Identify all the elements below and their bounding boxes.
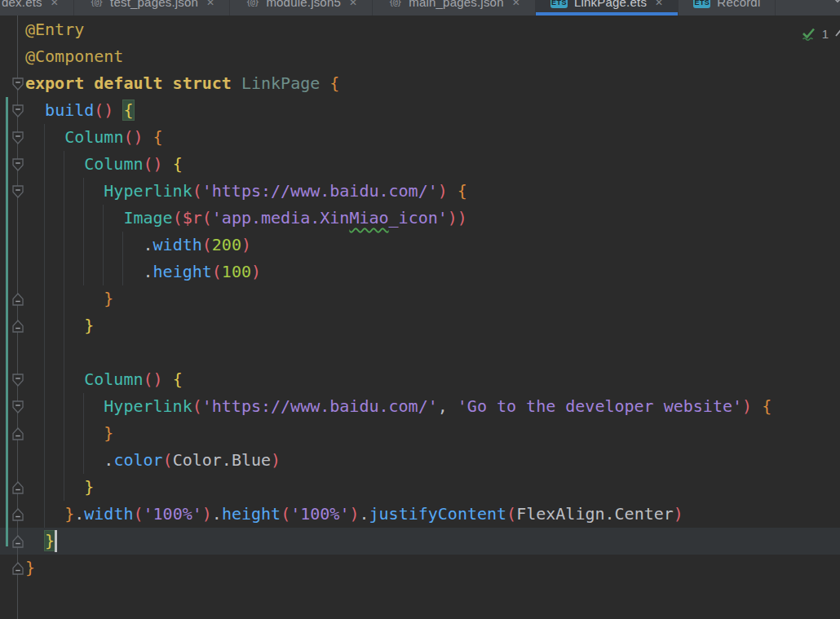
code-token: ) bbox=[742, 396, 752, 416]
fold-marker-down[interactable] bbox=[11, 77, 24, 91]
code-line[interactable]: } bbox=[0, 474, 840, 501]
code-token: ) bbox=[438, 181, 448, 201]
code-token: { bbox=[153, 127, 163, 147]
code-token bbox=[448, 181, 458, 201]
code-token: FlexAlign.Center bbox=[516, 504, 674, 524]
code-line[interactable]: Column() { bbox=[0, 151, 840, 178]
code-line[interactable]: .height(100) bbox=[0, 259, 840, 285]
code-token bbox=[25, 208, 123, 228]
inspections-widget[interactable]: 1 bbox=[800, 23, 840, 44]
code-line[interactable]: Column() { bbox=[0, 366, 840, 393]
tab-close-icon[interactable]: ✕ bbox=[206, 0, 214, 7]
tab-label: test_pages.json bbox=[110, 0, 198, 9]
tab-main-pages-json[interactable]: {@}main_pages.json✕ bbox=[373, 0, 536, 15]
code-token: . bbox=[144, 262, 153, 281]
tab-dex-ets[interactable]: dex.ets✕ bbox=[0, 0, 74, 15]
tab-recordi[interactable]: ETSRecordi bbox=[679, 0, 776, 15]
tab-module-json5[interactable]: {@}module.json5✕ bbox=[230, 0, 373, 15]
code-token: ) bbox=[251, 262, 261, 281]
code-line[interactable]: }.width('100%').height('100%').justifyCo… bbox=[0, 501, 840, 528]
code-line[interactable]: .width(200) bbox=[0, 232, 840, 259]
tab-close-icon[interactable]: ✕ bbox=[51, 0, 59, 7]
vcs-change-bar[interactable] bbox=[6, 97, 8, 546]
code-line[interactable]: } bbox=[0, 285, 840, 312]
code-token bbox=[25, 423, 104, 443]
code-token: ( bbox=[173, 208, 183, 228]
code-line[interactable]: @Component bbox=[0, 43, 840, 70]
code-line[interactable]: Image($r('app.media.XinMiao_icon')) bbox=[0, 205, 840, 232]
code-token: , bbox=[438, 396, 458, 416]
fold-marker-up[interactable] bbox=[11, 561, 24, 576]
code-token: . bbox=[144, 235, 153, 254]
code-token: justifyContent bbox=[369, 504, 507, 524]
code-line[interactable]: @Entry bbox=[0, 16, 840, 43]
code-token: Column bbox=[84, 154, 143, 174]
code-token bbox=[25, 450, 104, 470]
code-token: () bbox=[123, 127, 143, 147]
code-token: height bbox=[153, 262, 212, 281]
code-line[interactable]: } bbox=[0, 555, 840, 581]
code-line[interactable]: Hyperlink('https://www.baidu.com/', 'Go … bbox=[0, 393, 840, 420]
code-token: )) bbox=[448, 208, 467, 228]
code-line[interactable]: Hyperlink('https://www.baidu.com/') { bbox=[0, 178, 840, 205]
code-line[interactable] bbox=[0, 339, 840, 366]
code-line[interactable]: } bbox=[0, 312, 840, 339]
code-token: LinkPage bbox=[241, 73, 320, 93]
code-editor[interactable]: @Entry@Componentexport default struct Li… bbox=[0, 15, 840, 619]
fold-marker-up[interactable] bbox=[11, 292, 24, 307]
fold-marker-down[interactable] bbox=[11, 400, 24, 414]
code-token: } bbox=[45, 531, 55, 550]
code-token bbox=[25, 477, 84, 497]
code-token: Miao bbox=[349, 208, 388, 228]
fold-marker-down[interactable] bbox=[11, 373, 24, 387]
code-token: } bbox=[84, 477, 94, 497]
code-token: ( bbox=[281, 504, 290, 524]
fold-marker-up[interactable] bbox=[11, 480, 24, 495]
code-token: ) bbox=[202, 504, 212, 524]
typo-check-icon bbox=[800, 25, 817, 42]
code-token: } bbox=[104, 423, 113, 443]
code-line[interactable]: export default struct LinkPage { bbox=[0, 70, 840, 97]
code-token: . bbox=[104, 450, 113, 470]
code-token: build bbox=[45, 100, 94, 120]
code-line[interactable]: } bbox=[0, 420, 840, 447]
code-token: Column bbox=[84, 369, 143, 389]
typo-count: 1 bbox=[822, 27, 829, 41]
editor-tab-bar: dex.ets✕{@}test_pages.json✕{@}module.jso… bbox=[0, 0, 840, 15]
code-line[interactable]: } bbox=[0, 528, 840, 555]
fold-marker-up[interactable] bbox=[11, 319, 24, 334]
tab-close-icon[interactable]: ✕ bbox=[655, 0, 663, 7]
code-line[interactable]: Column() { bbox=[0, 124, 840, 151]
code-token: Hyperlink bbox=[104, 181, 192, 201]
fold-marker-down[interactable] bbox=[11, 184, 24, 199]
tab-test-pages-json[interactable]: {@}test_pages.json✕ bbox=[74, 0, 230, 15]
code-token: { bbox=[762, 396, 771, 416]
code-token: 'https://www.baidu.com/' bbox=[202, 181, 438, 201]
code-area[interactable]: @Entry@Componentexport default struct Li… bbox=[0, 16, 840, 581]
code-token: } bbox=[64, 504, 74, 524]
tab-list-chevron-down-icon[interactable] bbox=[832, 0, 840, 9]
code-token: 200 bbox=[212, 235, 241, 254]
code-token: ( bbox=[506, 504, 516, 524]
code-token bbox=[163, 154, 173, 174]
code-token: '100%' bbox=[290, 504, 349, 524]
fold-marker-up[interactable] bbox=[11, 534, 24, 549]
fold-marker-down[interactable] bbox=[11, 104, 24, 118]
code-line[interactable]: build() { bbox=[0, 97, 840, 124]
fold-marker-up[interactable] bbox=[11, 427, 24, 441]
code-token: 'app.media.Xin bbox=[212, 208, 350, 228]
code-line[interactable]: .color(Color.Blue) bbox=[0, 447, 840, 474]
fold-marker-down[interactable] bbox=[11, 157, 24, 172]
tab-close-icon[interactable]: ✕ bbox=[349, 0, 357, 7]
fold-marker-up[interactable] bbox=[11, 507, 24, 522]
fold-marker-down[interactable] bbox=[11, 130, 24, 145]
text-caret bbox=[55, 530, 57, 552]
code-token bbox=[25, 504, 64, 524]
code-token: ) bbox=[271, 450, 281, 470]
code-token: ) bbox=[674, 504, 683, 524]
tab-linkpage-ets[interactable]: ETSLinkPage.ets✕ bbox=[536, 0, 679, 15]
code-token: { bbox=[458, 181, 467, 201]
json-file-icon: {@} bbox=[245, 0, 259, 8]
tab-close-icon[interactable]: ✕ bbox=[512, 0, 520, 7]
next-problem-chevron-icon[interactable] bbox=[833, 28, 840, 39]
